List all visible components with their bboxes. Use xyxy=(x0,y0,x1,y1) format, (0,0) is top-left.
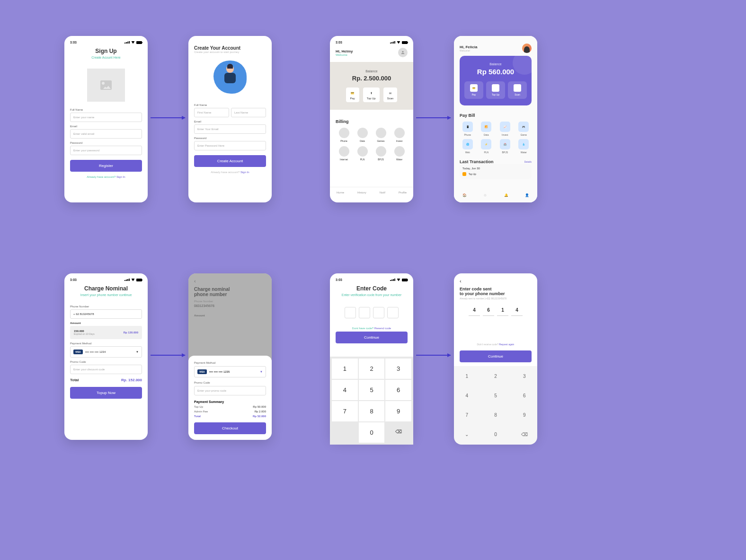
nav-notif[interactable]: Notif xyxy=(380,191,385,194)
key-8[interactable]: 8 xyxy=(359,401,385,421)
promo-input[interactable]: Enter your promo code xyxy=(194,386,266,395)
password-input[interactable]: Enter Password Here xyxy=(194,141,266,150)
promo-input[interactable]: Enter your discount code xyxy=(70,365,142,374)
paybill-water[interactable]: 💧Water xyxy=(516,139,532,154)
billing-data[interactable]: Data xyxy=(354,128,371,142)
billing-water[interactable]: Water xyxy=(391,146,408,161)
avatar[interactable] xyxy=(522,44,532,53)
wallet-icon: 💳 xyxy=(350,90,355,96)
pay-button[interactable]: 💳Pay xyxy=(464,81,483,99)
billing-pln[interactable]: PLN xyxy=(354,146,371,161)
full-name-input[interactable]: Enter your name xyxy=(70,113,142,122)
scan-button[interactable]: ⊞Scan xyxy=(508,81,527,99)
code-digit-3[interactable]: 1 xyxy=(497,305,508,316)
key-4[interactable]: 4 xyxy=(456,389,478,402)
balance-amount: Rp 560.000 xyxy=(464,68,527,76)
code-digit-2[interactable]: 6 xyxy=(483,305,494,316)
visa-badge: VISA xyxy=(73,350,83,354)
key-8[interactable]: 8 xyxy=(485,409,507,421)
password-label: Password xyxy=(194,137,266,140)
checkout-button[interactable]: Checkout xyxy=(194,422,266,434)
code-digit-4[interactable] xyxy=(387,307,399,318)
key-delete[interactable]: ⌫ xyxy=(513,428,535,441)
amount-option[interactable]: 150.000Expired on 10 DaysRp 120.000 xyxy=(70,326,142,339)
code-digit-1[interactable] xyxy=(345,307,356,318)
last-name-input[interactable]: Last Name xyxy=(231,108,266,117)
nav-home-icon[interactable]: 🏠 xyxy=(461,192,468,199)
paybill-invest[interactable]: 📈Invest xyxy=(497,122,513,136)
email-input[interactable]: Enter valid email xyxy=(70,129,142,139)
billing-invest[interactable]: Invest xyxy=(391,128,408,142)
payment-card-select[interactable]: VISA•••• •••• •••• 1234▼ xyxy=(70,346,142,358)
paybill-game[interactable]: 🎮Game xyxy=(516,122,532,136)
key-5[interactable]: 5 xyxy=(485,389,507,402)
scan-button[interactable]: ⊞Scan xyxy=(383,88,398,102)
pay-button[interactable]: 💳Pay xyxy=(346,88,359,102)
topup-button[interactable]: ⬆Top Up xyxy=(363,88,380,102)
key-9[interactable]: 9 xyxy=(513,409,535,421)
key-4[interactable]: 4 xyxy=(332,380,358,400)
web-icon: 🌐 xyxy=(462,139,473,149)
back-button[interactable]: ‹ xyxy=(194,278,266,284)
paybill-web[interactable]: 🌐Web xyxy=(460,139,476,154)
key-2[interactable]: 2 xyxy=(485,370,507,383)
paybill-bpjs[interactable]: 🏥BPJS xyxy=(497,139,513,154)
code-digit-4[interactable]: 4 xyxy=(511,305,523,316)
signin-link[interactable]: Already have account? Sign In xyxy=(194,171,266,174)
key-3[interactable]: 3 xyxy=(513,370,535,383)
register-button[interactable]: Register xyxy=(70,160,142,172)
billing-games[interactable]: Games xyxy=(373,128,389,142)
paybill-phone[interactable]: 📱Phone xyxy=(460,122,476,136)
key-9[interactable]: 9 xyxy=(385,401,411,421)
nav-profile[interactable]: Profile xyxy=(399,191,407,194)
password-input[interactable]: Enter your password xyxy=(70,146,142,155)
nav-history[interactable]: History xyxy=(357,191,366,194)
continue-button[interactable]: Continue xyxy=(460,350,532,362)
key-5[interactable]: 5 xyxy=(359,380,385,400)
resend-link[interactable]: Dont have code? Resend code xyxy=(336,327,408,330)
key-7[interactable]: 7 xyxy=(456,409,478,421)
create-account-button[interactable]: Create Account xyxy=(194,155,266,167)
nav-home[interactable]: Home xyxy=(337,191,344,194)
payment-card-select[interactable]: VISA•••• •••• •••• 1235▼ xyxy=(194,366,266,377)
paybill-pln[interactable]: ⚡PLN xyxy=(479,139,495,154)
key-collapse[interactable]: ⌄ xyxy=(456,428,478,441)
key-0[interactable]: 0 xyxy=(485,428,507,441)
details-link[interactable]: Details xyxy=(524,160,532,163)
avatar[interactable] xyxy=(398,48,408,57)
code-digit-1[interactable]: 4 xyxy=(469,305,480,316)
key-0[interactable]: 0 xyxy=(359,422,385,443)
key-delete[interactable]: ⌫ xyxy=(385,422,411,443)
key-6[interactable]: 6 xyxy=(385,380,411,400)
billing-internet[interactable]: Internet xyxy=(336,146,352,161)
paybill-data[interactable]: 📶Data xyxy=(479,122,495,136)
key-6[interactable]: 6 xyxy=(513,389,535,402)
first-name-input[interactable]: First Name xyxy=(194,108,229,117)
key-1[interactable]: 1 xyxy=(456,370,478,383)
code-digit-3[interactable] xyxy=(373,307,384,318)
back-button[interactable]: ‹ xyxy=(460,278,532,284)
transaction-item[interactable]: Top Up xyxy=(462,172,476,176)
code-digit-2[interactable] xyxy=(359,307,370,318)
nav-history-icon[interactable]: ⊙ xyxy=(482,192,488,199)
key-3[interactable]: 3 xyxy=(385,359,411,379)
nav-notif-icon[interactable]: 🔔 xyxy=(503,192,509,199)
topup-now-button[interactable]: Topup Now xyxy=(70,387,142,399)
transaction-date: Today, Jun 30 xyxy=(462,167,480,170)
signin-link[interactable]: Already have account? Sign In xyxy=(70,175,142,178)
continue-button[interactable]: Continue xyxy=(336,332,408,343)
bottom-nav: 🏠 ⊙ 🔔 👤 xyxy=(454,188,537,202)
nav-profile-icon[interactable]: 👤 xyxy=(524,192,530,199)
key-2[interactable]: 2 xyxy=(359,359,385,379)
resend-link[interactable]: Didn't receive code? Request again xyxy=(460,343,532,346)
billing-phone[interactable]: Phone xyxy=(336,128,352,142)
scan-icon: ⊞ xyxy=(388,90,393,96)
billing-bpjs[interactable]: BPJS xyxy=(373,146,389,161)
key-1[interactable]: 1 xyxy=(332,359,358,379)
visa-badge: VISA xyxy=(197,369,207,374)
email-input[interactable]: Enter Your Email xyxy=(194,124,266,134)
key-7[interactable]: 7 xyxy=(332,401,358,421)
image-placeholder[interactable] xyxy=(87,69,125,102)
topup-button[interactable]: ⬆Top Up xyxy=(486,81,505,99)
phone-input[interactable]: + 62 813245678 xyxy=(70,309,142,319)
